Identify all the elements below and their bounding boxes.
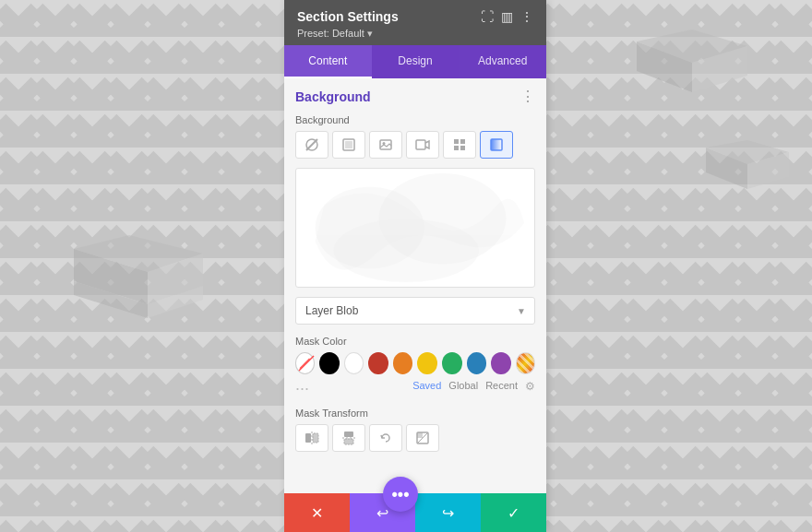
color-swatch-purple[interactable] [491,352,511,374]
columns-icon[interactable]: ▥ [501,9,513,24]
svg-rect-21 [460,139,465,144]
section-settings-panel: Section Settings ⛶ ▥ ⋮ Preset: Default ▾… [284,0,546,532]
color-row-bottom: ··· Saved Global Recent ⚙ [295,376,535,396]
color-swatches-row [295,352,535,374]
color-tab-global[interactable]: Global [448,380,478,393]
section-more-button[interactable]: ⋮ [520,88,535,105]
color-swatch-orange[interactable] [393,352,413,374]
panel-header: Section Settings ⛶ ▥ ⋮ Preset: Default ▾ [284,0,546,45]
svg-rect-32 [344,432,353,437]
save-button[interactable]: ✓ [481,493,546,532]
color-swatch-white[interactable] [344,352,364,374]
svg-rect-23 [460,146,465,150]
color-swatch-yellow[interactable] [417,352,437,374]
floating-dots-label: ••• [392,485,410,504]
color-tab-group: Saved Global Recent ⚙ [412,380,535,393]
bg-type-pattern[interactable] [443,131,476,159]
bg-type-none[interactable] [295,131,328,159]
panel-preset[interactable]: Preset: Default ▾ [297,28,533,40]
background-section-heading: Background ⋮ [295,88,535,105]
mask-color-section: Mask Color [295,336,535,396]
mask-color-label: Mask Color [295,336,535,347]
color-swatch-blue[interactable] [467,352,487,374]
bg-type-icons-row [295,131,535,159]
transform-invert[interactable] [406,424,439,452]
svg-rect-22 [454,146,459,150]
left-decoration [55,231,221,341]
color-swatch-custom[interactable] [516,352,535,374]
svg-rect-19 [416,140,425,149]
tab-design[interactable]: Design [372,45,460,78]
layer-select[interactable]: Layer Blob Layer Chevron Layer Wave Laye… [295,297,535,325]
color-swatch-green[interactable] [442,352,462,374]
more-icon[interactable]: ⋮ [520,9,533,24]
svg-rect-29 [305,433,311,443]
redo-button[interactable]: ↪ [415,493,481,532]
svg-rect-33 [344,439,353,444]
svg-rect-24 [491,139,502,150]
color-settings-icon[interactable]: ⚙ [525,380,535,393]
fullscreen-icon[interactable]: ⛶ [481,9,494,24]
transform-flip-v[interactable] [332,424,365,452]
bg-type-gradient[interactable] [480,131,513,159]
color-tab-recent[interactable]: Recent [485,380,518,393]
cancel-button[interactable]: ✕ [284,493,350,532]
panel-header-icons: ⛶ ▥ ⋮ [481,9,533,24]
layer-select-wrapper: Layer Blob Layer Chevron Layer Wave Laye… [295,297,535,325]
svg-line-28 [299,356,314,371]
floating-action-button[interactable]: ••• [383,477,418,512]
bg-type-video[interactable] [406,131,439,159]
right-top-decoration [627,28,757,138]
background-heading-text: Background [295,89,371,104]
right-bottom-decoration [701,138,794,212]
bg-type-image[interactable] [369,131,402,159]
bg-type-color[interactable] [332,131,365,159]
background-label: Background [295,114,535,125]
mask-transform-label: Mask Transform [295,408,535,419]
transform-rotate[interactable] [369,424,402,452]
tab-content[interactable]: Content [284,45,372,78]
mask-preview-area [295,168,535,288]
color-swatch-red[interactable] [368,352,388,374]
color-swatch-none[interactable] [295,352,315,374]
transform-icons-row [295,424,535,452]
svg-rect-30 [313,433,318,443]
tabs-bar: Content Design Advanced [284,45,546,78]
color-swatch-black[interactable] [319,352,340,374]
tab-advanced[interactable]: Advanced [459,45,546,78]
svg-rect-20 [454,139,459,144]
svg-rect-16 [345,141,352,148]
panel-title: Section Settings [297,9,399,24]
transform-flip-h[interactable] [295,424,328,452]
more-colors-button[interactable]: ··· [295,380,309,396]
color-tab-saved[interactable]: Saved [412,380,441,393]
svg-rect-37 [417,432,423,438]
mask-transform-section: Mask Transform [295,408,535,452]
panel-body: Background ⋮ Background [284,78,546,493]
